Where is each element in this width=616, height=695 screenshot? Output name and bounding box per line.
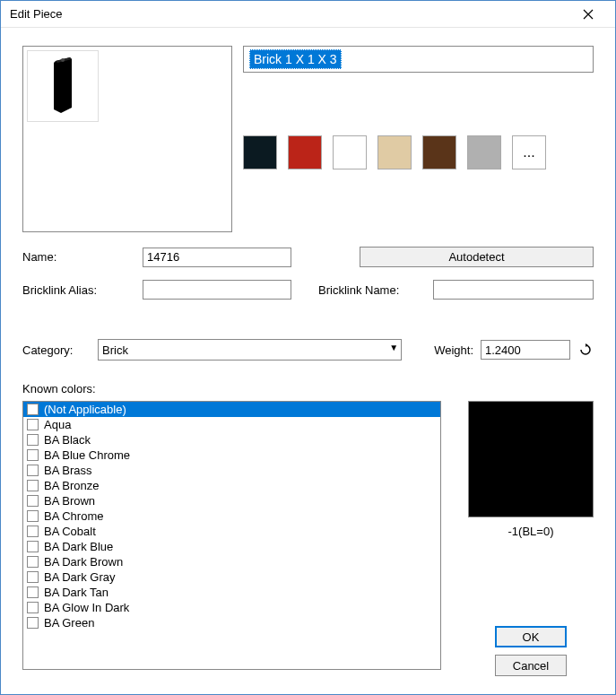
current-color-label: -1(BL=0): [508, 525, 554, 538]
color-list-item[interactable]: BA Dark Brown: [23, 554, 440, 569]
cancel-button[interactable]: Cancel: [495, 655, 567, 676]
checkbox[interactable]: [27, 541, 39, 552]
color-item-label: BA Dark Blue: [44, 540, 113, 553]
swatch-gray[interactable]: [467, 135, 501, 169]
swatch-red[interactable]: [288, 135, 322, 169]
description-input[interactable]: Brick 1 X 1 X 3: [243, 46, 594, 73]
weight-label: Weight:: [434, 343, 473, 357]
piece-preview: [22, 46, 232, 232]
bricklink-alias-label: Bricklink Alias:: [22, 283, 135, 297]
checkbox[interactable]: [27, 480, 39, 491]
color-list-item[interactable]: BA Dark Tan: [23, 585, 440, 600]
checkbox[interactable]: [27, 526, 39, 537]
bricklink-name-input[interactable]: [433, 280, 594, 300]
color-item-label: BA Bronze: [44, 479, 99, 492]
name-label: Name:: [22, 250, 135, 264]
ok-button[interactable]: OK: [495, 626, 567, 647]
checkbox[interactable]: [27, 617, 39, 629]
checkbox[interactable]: [27, 510, 39, 522]
close-button[interactable]: [570, 2, 606, 27]
color-item-label: BA Blue Chrome: [44, 448, 130, 462]
bricklink-name-label: Bricklink Name:: [318, 283, 426, 297]
description-value: Brick 1 X 1 X 3: [249, 49, 342, 69]
name-input[interactable]: [143, 248, 291, 267]
checkbox[interactable]: [27, 586, 39, 598]
color-item-label: BA Chrome: [44, 509, 103, 523]
checkbox[interactable]: [27, 495, 39, 507]
bricklink-alias-input[interactable]: [143, 280, 291, 300]
swatch-black[interactable]: [243, 135, 277, 169]
titlebar: Edit Piece: [1, 1, 615, 28]
refresh-icon: [578, 343, 593, 357]
color-list-item[interactable]: BA Dark Gray: [23, 569, 440, 585]
color-list-item[interactable]: BA Blue Chrome: [23, 447, 440, 463]
checkbox[interactable]: [27, 465, 39, 476]
color-item-label: (Not Applicable): [44, 403, 126, 416]
color-item-label: Aqua: [44, 418, 71, 431]
color-item-label: BA Brown: [44, 494, 95, 508]
color-list-item[interactable]: Aqua: [23, 417, 440, 432]
color-list-item[interactable]: BA Brown: [23, 493, 440, 508]
svg-marker-0: [54, 57, 72, 113]
color-item-label: BA Glow In Dark: [44, 601, 129, 614]
color-list-item[interactable]: BA Chrome: [23, 508, 440, 524]
svg-point-2: [61, 58, 65, 62]
checkbox[interactable]: [27, 419, 39, 430]
category-label: Category:: [22, 343, 91, 357]
swatch-tan[interactable]: [377, 135, 412, 169]
checkbox[interactable]: [27, 449, 39, 461]
current-color-swatch: [468, 401, 594, 517]
known-colors-label: Known colors:: [22, 382, 594, 395]
color-list-item[interactable]: BA Brass: [23, 463, 440, 478]
color-item-label: BA Brass: [44, 464, 91, 477]
category-select[interactable]: [98, 339, 402, 361]
color-list-item[interactable]: BA Bronze: [23, 478, 440, 493]
color-list-item[interactable]: (Not Applicable): [23, 402, 440, 417]
window-title: Edit Piece: [10, 7, 570, 21]
checkbox[interactable]: [27, 404, 39, 415]
swatch-white[interactable]: [333, 135, 367, 169]
autodetect-button[interactable]: Autodetect: [360, 247, 594, 267]
color-item-label: BA Cobalt: [44, 525, 96, 538]
swatch-brown[interactable]: [422, 135, 456, 169]
color-item-label: BA Dark Gray: [44, 570, 115, 584]
color-list-item[interactable]: BA Dark Blue: [23, 539, 440, 554]
swatch-more[interactable]: ...: [512, 135, 546, 169]
color-item-label: BA Dark Tan: [44, 586, 108, 599]
checkbox[interactable]: [27, 571, 39, 583]
color-item-label: BA Green: [44, 616, 94, 630]
known-colors-list[interactable]: (Not Applicable)AquaBA BlackBA Blue Chro…: [22, 401, 441, 670]
color-list-item[interactable]: BA Cobalt: [23, 524, 440, 539]
close-icon: [583, 9, 594, 20]
piece-thumbnail[interactable]: [27, 50, 99, 122]
color-item-label: BA Black: [44, 433, 91, 447]
color-list-item[interactable]: BA Glow In Dark: [23, 600, 440, 615]
color-item-label: BA Dark Brown: [44, 555, 123, 569]
weight-input[interactable]: [481, 340, 570, 360]
palette-swatches: ...: [243, 135, 594, 169]
checkbox[interactable]: [27, 556, 39, 568]
color-list-item[interactable]: BA Black: [23, 432, 440, 447]
color-list-item[interactable]: BA Green: [23, 615, 440, 630]
refresh-button[interactable]: [577, 342, 594, 358]
checkbox[interactable]: [27, 602, 39, 613]
checkbox[interactable]: [27, 434, 39, 446]
